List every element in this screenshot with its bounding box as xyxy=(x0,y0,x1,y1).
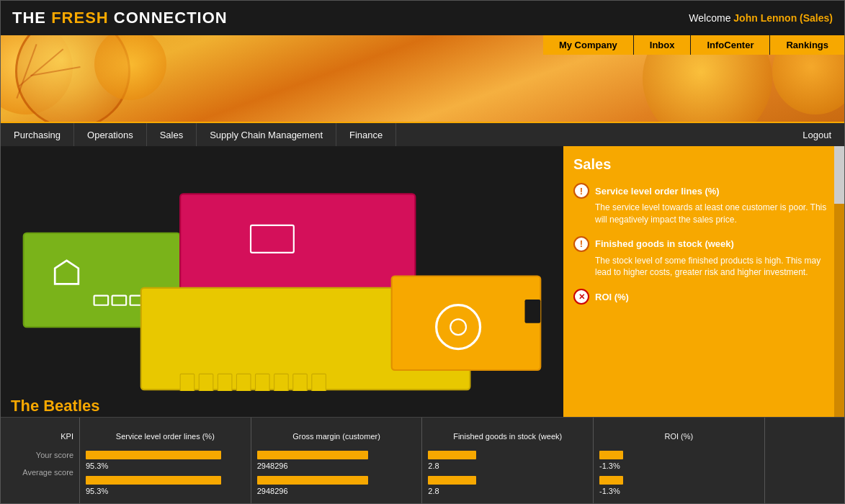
nav-logout[interactable]: Logout xyxy=(790,123,844,146)
kpi-gross-margin-your-bar xyxy=(257,451,368,459)
user-name: John Lennon (Sales) xyxy=(733,12,833,24)
kpi-finished-goods-avg-bar xyxy=(428,476,475,485)
kpi-gross-margin-avg-value: 2948296 xyxy=(257,487,416,495)
kpi-finished-goods-your-value: 2.8 xyxy=(428,462,587,470)
sales-panel-title: Sales xyxy=(573,156,827,173)
svg-rect-13 xyxy=(256,374,270,391)
welcome-label: Welcome xyxy=(689,12,730,24)
svg-rect-9 xyxy=(180,374,195,391)
alert-roi: ✕ ROI (%) xyxy=(573,289,827,305)
kpi-service-level-your-bar xyxy=(86,451,221,459)
kpi-your-score-label: Your score xyxy=(6,451,73,459)
top-nav-rankings[interactable]: Rankings xyxy=(770,35,844,55)
kpi-service-level-avg-bar xyxy=(86,476,221,485)
alert-finished-goods-desc: The stock level of some finished product… xyxy=(595,255,827,279)
factory-diagram xyxy=(1,146,563,391)
sales-panel: Sales ! Service level order lines (%) Th… xyxy=(563,146,844,417)
nav-purchasing[interactable]: Purchasing xyxy=(1,123,74,146)
kpi-col-gross-margin: Gross margin (customer) 2948296 2948296 xyxy=(251,418,423,503)
alert-finished-goods-title: Finished goods in stock (week) xyxy=(595,238,734,249)
alert-service-level-title: Service level order lines (%) xyxy=(595,186,720,197)
kpi-roi-your-value: -1.3% xyxy=(599,462,759,470)
scrollbar-thumb[interactable] xyxy=(834,146,844,204)
kpi-col-spacer xyxy=(765,418,844,503)
alert-service-level-desc: The service level towards at least one c… xyxy=(595,202,827,226)
kpi-finished-goods-avg-value: 2.8 xyxy=(428,487,587,495)
company-name: The Beatles xyxy=(1,391,563,417)
top-nav: My Company Inbox InfoCenter Rankings xyxy=(543,35,844,55)
banner-section: My Company Inbox InfoCenter Rankings xyxy=(1,35,844,122)
kpi-service-level-your-value: 95.3% xyxy=(86,462,245,470)
kpi-col-roi: ROI (%) -1.3% -1.3% xyxy=(594,418,765,503)
kpi-finished-goods-your-bar xyxy=(428,451,475,459)
top-nav-infocenter[interactable]: InfoCenter xyxy=(691,35,770,55)
welcome-message: Welcome John Lennon (Sales) xyxy=(689,12,833,24)
kpi-gross-margin-your-value: 2948296 xyxy=(257,462,416,470)
logo-connection: CONNECTION xyxy=(109,9,228,27)
nav-finance[interactable]: Finance xyxy=(336,123,396,146)
kpi-gross-margin-avg-bar xyxy=(257,476,368,485)
scrollbar-track[interactable] xyxy=(834,146,844,417)
svg-rect-10 xyxy=(199,374,213,391)
alert-warning-icon-1: ! xyxy=(573,183,589,199)
kpi-roi-your-bar xyxy=(599,451,623,459)
alert-finished-goods: ! Finished goods in stock (week) The sto… xyxy=(573,236,827,279)
kpi-col-labels: KPI Your score Average score xyxy=(1,418,80,503)
logo-fresh: FRESH xyxy=(51,9,109,27)
svg-rect-14 xyxy=(274,374,289,391)
kpi-service-level-header: Service level order lines (%) xyxy=(86,422,245,451)
kpi-table: KPI Your score Average score Service lev… xyxy=(1,417,844,503)
svg-rect-17 xyxy=(392,276,541,370)
logo-the: THE xyxy=(12,9,51,27)
app-shell: THE FRESH CONNECTION Welcome John Lennon… xyxy=(0,0,845,504)
kpi-col-finished-goods: Finished goods in stock (week) 2.8 2.8 xyxy=(422,418,594,503)
svg-rect-16 xyxy=(312,374,326,391)
kpi-gross-margin-header: Gross margin (customer) xyxy=(257,422,416,451)
svg-rect-6 xyxy=(180,194,415,295)
alert-service-level: ! Service level order lines (%) The serv… xyxy=(573,183,827,226)
kpi-service-level-avg-value: 95.3% xyxy=(86,487,245,495)
alert-roi-title: ROI (%) xyxy=(595,292,629,302)
svg-rect-12 xyxy=(236,374,251,391)
kpi-col-header-label: KPI xyxy=(6,422,73,451)
nav-sales[interactable]: Sales xyxy=(147,123,197,146)
kpi-col-service-level: Service level order lines (%) 95.3% 95.3… xyxy=(80,418,251,503)
main-nav: Purchasing Operations Sales Supply Chain… xyxy=(1,122,844,146)
top-nav-my-company[interactable]: My Company xyxy=(543,35,634,55)
alert-error-icon: ✕ xyxy=(573,289,589,305)
svg-rect-18 xyxy=(525,300,541,323)
kpi-roi-avg-value: -1.3% xyxy=(599,487,759,495)
sales-panel-inner: Sales ! Service level order lines (%) Th… xyxy=(563,146,844,325)
alert-warning-icon-2: ! xyxy=(573,236,589,252)
nav-operations[interactable]: Operations xyxy=(74,123,147,146)
top-nav-inbox[interactable]: Inbox xyxy=(634,35,692,55)
kpi-avg-score-label: Average score xyxy=(6,468,73,477)
svg-rect-15 xyxy=(293,374,308,391)
kpi-roi-avg-bar xyxy=(599,476,623,485)
nav-scm[interactable]: Supply Chain Management xyxy=(197,123,336,146)
left-panel: The Beatles xyxy=(1,146,563,417)
kpi-finished-goods-header: Finished goods in stock (week) xyxy=(428,422,587,451)
factory-svg xyxy=(8,153,556,391)
main-content: The Beatles Sales ! Service level order … xyxy=(1,146,844,417)
kpi-roi-header: ROI (%) xyxy=(599,422,759,451)
logo: THE FRESH CONNECTION xyxy=(12,9,228,27)
header: THE FRESH CONNECTION Welcome John Lennon… xyxy=(1,1,844,35)
svg-rect-11 xyxy=(218,374,232,391)
